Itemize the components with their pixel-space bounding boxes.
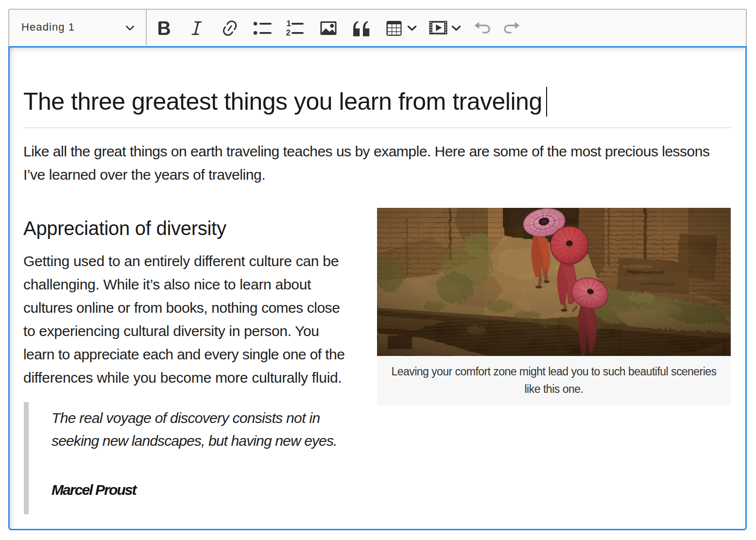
svg-text:1: 1: [286, 19, 291, 28]
svg-text:2: 2: [286, 28, 290, 37]
